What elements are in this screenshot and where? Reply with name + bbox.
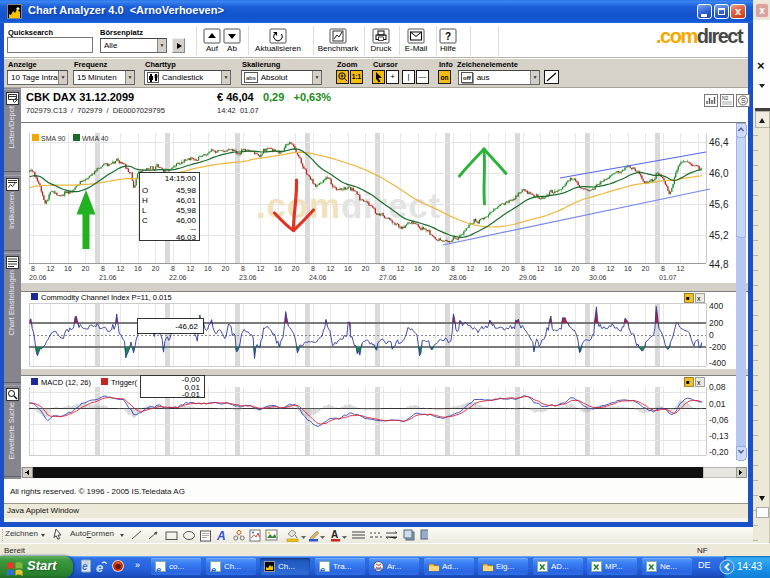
svg-text:20: 20 [82, 265, 90, 272]
svg-text:8: 8 [171, 265, 175, 272]
svg-text:e: e [82, 561, 88, 572]
svg-text:12: 12 [187, 265, 195, 272]
svg-text:-0,06: -0,06 [709, 415, 729, 425]
svg-text:45,98: 45,98 [176, 206, 197, 215]
svg-text:12: 12 [537, 265, 545, 272]
svg-text:46,4: 46,4 [709, 137, 729, 148]
svg-text:45,2: 45,2 [709, 230, 729, 241]
svg-text:16: 16 [274, 265, 282, 272]
svg-text:23.06: 23.06 [239, 274, 257, 281]
svg-text:L: L [142, 206, 147, 215]
svg-text:16: 16 [134, 265, 142, 272]
svg-text:20: 20 [642, 265, 650, 272]
svg-text:SMA 90: SMA 90 [41, 135, 66, 142]
svg-text:12: 12 [397, 265, 405, 272]
svg-text:44,8: 44,8 [709, 259, 729, 270]
svg-text:12: 12 [327, 265, 335, 272]
svg-text:H: H [142, 196, 148, 205]
svg-text:16: 16 [624, 265, 632, 272]
svg-text:?: ? [445, 31, 451, 42]
svg-text:Auf: Auf [206, 44, 219, 53]
svg-text:20: 20 [222, 265, 230, 272]
svg-text:O: O [142, 186, 148, 195]
svg-text:8: 8 [311, 265, 315, 272]
svg-text:12: 12 [47, 265, 55, 272]
svg-text:14:15:00: 14:15:00 [165, 174, 197, 183]
svg-text:Benchmark: Benchmark [318, 44, 359, 53]
svg-text:21.06: 21.06 [99, 274, 117, 281]
svg-text:x: x [697, 295, 701, 302]
svg-text:--: -- [191, 224, 197, 233]
svg-text:20: 20 [502, 265, 510, 272]
svg-text:■: ■ [686, 295, 690, 301]
svg-text:16: 16 [554, 265, 562, 272]
svg-text:E-Mail: E-Mail [405, 44, 428, 53]
svg-text:45,6: 45,6 [709, 199, 729, 210]
svg-text:46,03: 46,03 [176, 233, 197, 242]
svg-text:-200: -200 [709, 342, 726, 352]
svg-text:Trigger(: Trigger( [111, 378, 137, 387]
svg-text:46,01: 46,01 [176, 196, 197, 205]
svg-text:01.07: 01.07 [659, 274, 677, 281]
svg-text:-0,13: -0,13 [709, 431, 729, 441]
svg-text:46,0: 46,0 [709, 168, 729, 179]
svg-text:e: e [96, 560, 103, 575]
svg-text:8: 8 [241, 265, 245, 272]
svg-text:16: 16 [484, 265, 492, 272]
svg-text:Aktualisieren: Aktualisieren [255, 44, 301, 53]
svg-text:WMA 40: WMA 40 [82, 135, 109, 142]
svg-text:16: 16 [204, 265, 212, 272]
svg-text:-400: -400 [709, 358, 726, 368]
svg-text:■: ■ [686, 379, 690, 385]
svg-text:12: 12 [117, 265, 125, 272]
svg-text:8: 8 [661, 265, 665, 272]
svg-text:20: 20 [432, 265, 440, 272]
svg-text:C: C [142, 216, 148, 225]
svg-text:-0,01: -0,01 [182, 390, 201, 399]
svg-text:12: 12 [677, 265, 685, 272]
svg-text:16: 16 [414, 265, 422, 272]
svg-text:20: 20 [152, 265, 160, 272]
svg-text:200: 200 [709, 318, 723, 328]
svg-text:12: 12 [257, 265, 265, 272]
svg-text:8: 8 [31, 265, 35, 272]
svg-text:0,01: 0,01 [709, 399, 726, 409]
svg-text:A: A [331, 529, 338, 540]
svg-text:12: 12 [607, 265, 615, 272]
svg-text:28.06: 28.06 [449, 274, 467, 281]
svg-text:20: 20 [572, 265, 580, 272]
svg-text:Druck: Druck [371, 44, 393, 53]
svg-text:30.06: 30.06 [589, 274, 607, 281]
svg-text:-0,20: -0,20 [709, 447, 729, 457]
svg-text:8: 8 [591, 265, 595, 272]
svg-text:29.06: 29.06 [519, 274, 537, 281]
svg-text:MACD (12, 26): MACD (12, 26) [41, 378, 92, 387]
svg-text:20: 20 [362, 265, 370, 272]
svg-text:22.06: 22.06 [169, 274, 187, 281]
svg-text:400: 400 [709, 301, 723, 311]
svg-text:0: 0 [709, 330, 714, 340]
svg-text:20.06: 20.06 [29, 274, 47, 281]
svg-text:8: 8 [101, 265, 105, 272]
svg-text:Ab: Ab [227, 44, 237, 53]
svg-text:-46,62: -46,62 [175, 322, 198, 331]
svg-text:.comdirect: .comdirect [256, 186, 441, 225]
svg-text:45,98: 45,98 [176, 186, 197, 195]
svg-text:12: 12 [467, 265, 475, 272]
svg-text:27.06: 27.06 [379, 274, 397, 281]
svg-text:24.06: 24.06 [309, 274, 327, 281]
svg-text:8: 8 [451, 265, 455, 272]
svg-text:16: 16 [344, 265, 352, 272]
svg-text:»: » [135, 560, 140, 570]
svg-text:16: 16 [64, 265, 72, 272]
svg-text:A: A [216, 529, 226, 543]
svg-text:x: x [697, 379, 701, 386]
svg-text:0,08: 0,08 [709, 382, 726, 392]
svg-text:N2: N2 [722, 95, 729, 101]
svg-text:S: S [741, 97, 746, 104]
svg-text:8: 8 [381, 265, 385, 272]
svg-text:20: 20 [292, 265, 300, 272]
svg-text:8: 8 [521, 265, 525, 272]
svg-text:Hilfe: Hilfe [440, 44, 457, 53]
svg-text:Commodity Channel Index P=11,: Commodity Channel Index P=11, 0.015 [41, 293, 172, 302]
